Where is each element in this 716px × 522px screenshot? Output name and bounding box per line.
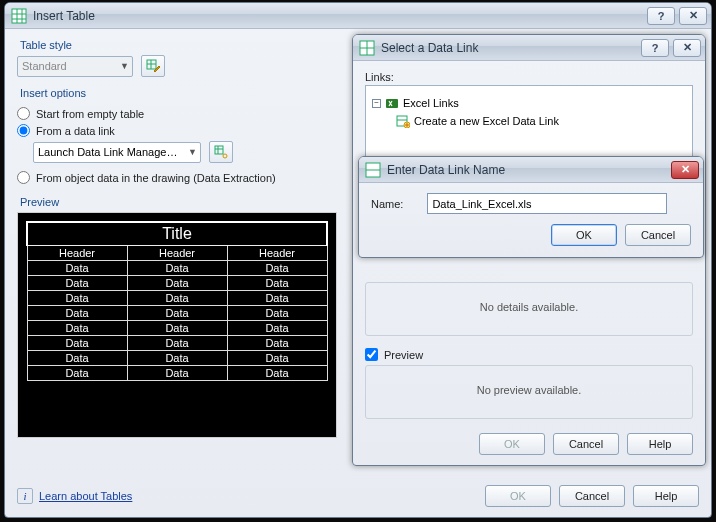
table-edit-icon [146,59,160,73]
table-row: DataDataData [27,366,327,381]
table-row: DataDataData [27,321,327,336]
details-group: No details available. [365,282,693,336]
excel-links-icon [385,96,399,110]
edit-style-button[interactable] [141,55,165,77]
table-style-label: Table style [17,39,337,51]
preview-group: No preview available. [365,365,693,419]
launch-data-link-button[interactable] [209,141,233,163]
table-row: DataDataData [27,261,327,276]
cancel-button[interactable]: Cancel [553,433,619,455]
help-titlebar-button[interactable]: ? [641,39,669,57]
preview-label: Preview [17,196,337,208]
svg-point-11 [223,154,227,158]
table-row: DataDataData [27,351,327,366]
table-row: DataDataData [27,336,327,351]
app-icon [11,8,27,24]
window-title: Insert Table [33,9,647,23]
data-link-select[interactable]: Launch Data Link Manage… ▼ [33,142,201,163]
table-style-select[interactable]: Standard ▼ [17,56,133,77]
tree-root-row[interactable]: − Excel Links [372,94,688,112]
data-link-select-value: Launch Data Link Manage… [38,146,177,158]
preview-title-row: Title [27,222,327,246]
svg-rect-0 [12,9,26,23]
titlebar: Insert Table ? ✕ [5,3,711,29]
cancel-button[interactable]: Cancel [559,485,625,507]
chevron-down-icon: ▼ [188,147,197,157]
links-label: Links: [365,71,693,83]
titlebar: Select a Data Link ? ✕ [353,35,705,61]
insert-options-label: Insert options [17,87,337,99]
svg-rect-15 [386,99,398,108]
svg-rect-8 [215,146,223,154]
radio-data-extraction[interactable]: From object data in the drawing (Data Ex… [17,171,337,184]
help-button[interactable]: Help [633,485,699,507]
help-titlebar-button[interactable]: ? [647,7,675,25]
table-row: DataDataData [27,291,327,306]
radio-start-empty[interactable]: Start from empty table [17,107,337,120]
app-icon [365,162,381,178]
help-button[interactable]: Help [627,433,693,455]
cancel-button[interactable]: Cancel [625,224,691,246]
info-icon: i [17,488,33,504]
tree-collapse-icon[interactable]: − [372,99,381,108]
new-link-icon [396,114,410,128]
learn-about-tables-link[interactable]: Learn about Tables [39,490,132,502]
window-title: Select a Data Link [381,41,641,55]
enter-data-link-name-window: Enter Data Link Name ✕ Name: OK Cancel [358,156,704,258]
data-link-icon [214,145,228,159]
tree-item-create-link[interactable]: Create a new Excel Data Link [396,112,688,130]
app-icon [359,40,375,56]
tree-root-label: Excel Links [403,97,459,109]
close-titlebar-button[interactable]: ✕ [673,39,701,57]
table-style-value: Standard [22,60,67,72]
ok-button[interactable]: OK [551,224,617,246]
no-preview-text: No preview available. [376,372,682,408]
titlebar: Enter Data Link Name ✕ [359,157,703,183]
name-field[interactable] [427,193,667,214]
chevron-down-icon: ▼ [120,61,129,71]
table-row: DataDataData [27,276,327,291]
no-details-text: No details available. [376,289,682,325]
tree-item-label: Create a new Excel Data Link [414,115,559,127]
table-row: DataDataData [27,306,327,321]
window-title: Enter Data Link Name [387,163,671,177]
ok-button[interactable]: OK [479,433,545,455]
ok-button[interactable]: OK [485,485,551,507]
name-label: Name: [371,198,403,210]
close-titlebar-button[interactable]: ✕ [679,7,707,25]
preview-panel: Title HeaderHeaderHeader DataDataData Da… [17,212,337,438]
preview-header-row: HeaderHeaderHeader [27,246,327,261]
radio-from-data-link[interactable]: From a data link [17,124,337,137]
preview-checkbox[interactable]: Preview [365,348,693,361]
preview-table: Title HeaderHeaderHeader DataDataData Da… [26,221,328,381]
close-titlebar-button[interactable]: ✕ [671,161,699,179]
